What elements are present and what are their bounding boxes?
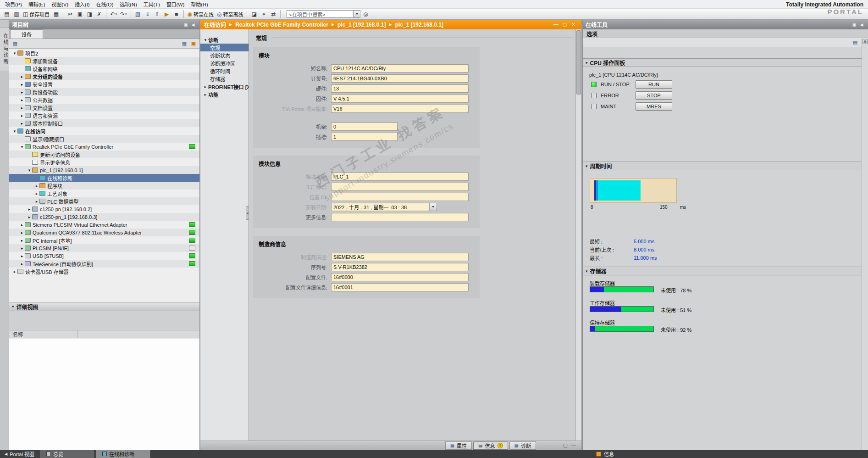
detail-view-header[interactable]: ▾ 详细视图 (9, 302, 199, 311)
portal-view-button[interactable]: ◀ Portal 视图 (0, 450, 39, 458)
tree-item-pc-internal[interactable]: ▸PC internal [本地] (9, 236, 199, 244)
tree-item-show-more-info[interactable]: 显示更多信息 (9, 158, 199, 166)
stop-cpu-button[interactable]: ■ (172, 10, 181, 19)
expander-icon[interactable]: ▾ (19, 145, 25, 149)
expander-icon[interactable]: ▾ (203, 38, 208, 42)
snapshot-button[interactable]: ◓ (259, 10, 268, 19)
order-number-input[interactable] (331, 74, 469, 83)
taskbar-item-online-diagnostics[interactable]: 在线和诊断 (96, 450, 151, 458)
paste-button[interactable]: ◨ (85, 10, 94, 19)
menu-window[interactable]: 窗口(W) (163, 0, 188, 8)
undo-dropdown-icon[interactable]: ▾ (115, 12, 117, 16)
taskbar-item-overview[interactable]: 总览 (40, 450, 95, 458)
location-id-input[interactable] (331, 193, 469, 201)
compile-button[interactable]: ▧ (133, 10, 143, 19)
save-project-button[interactable]: ◫保存项目 (22, 10, 51, 19)
expander-icon[interactable]: ▾ (12, 51, 17, 56)
installation-date-input[interactable] (331, 203, 430, 211)
redo-button[interactable]: ↷▾ (119, 10, 128, 19)
tab-diagnostics[interactable]: ▦诊断 (509, 441, 536, 450)
collapse-handle-icon[interactable]: ◀ (246, 206, 249, 220)
tree-item-program-blocks[interactable]: ▸程序块 (9, 182, 199, 190)
pin-panel-icon[interactable]: ▣ (182, 22, 189, 28)
tree-item-teleservice[interactable]: ▸TeleService [自动协议识别] (9, 260, 199, 268)
tia-version-input[interactable] (331, 105, 469, 113)
expander-icon[interactable]: ▸ (19, 113, 25, 118)
collapse-inspector-icon[interactable]: — (569, 443, 578, 448)
copy-button[interactable]: ▣ (75, 10, 84, 19)
column-settings-icon[interactable]: ▦ (181, 40, 188, 47)
nav-diagnostics[interactable]: ▾诊断 (200, 36, 249, 44)
menu-help[interactable]: 帮助(H) (188, 0, 211, 8)
menu-online[interactable]: 在线(O) (93, 0, 116, 8)
monitor-button[interactable]: ◪ (249, 10, 259, 19)
nav-diagnostics-buffer[interactable]: 诊断缓冲区 (200, 59, 249, 67)
close-editor-icon[interactable]: ✕ (569, 22, 578, 27)
module-name-input[interactable] (331, 173, 469, 181)
expander-icon[interactable]: ▸ (34, 184, 39, 188)
profile-input[interactable] (331, 273, 469, 281)
redo-dropdown-icon[interactable]: ▾ (125, 12, 127, 16)
expander-icon[interactable]: ▸ (19, 74, 25, 79)
tree-item-plc1[interactable]: ▾plc_1 [192.168.0.1] (9, 166, 199, 174)
expander-icon[interactable]: ▸ (19, 230, 25, 235)
serial-number-input[interactable] (331, 263, 469, 271)
tab-properties[interactable]: ▦属性 (445, 441, 472, 450)
expander-icon[interactable]: ▸ (34, 199, 39, 204)
expander-icon[interactable]: ▸ (19, 246, 25, 251)
cross-reference-button[interactable]: ⇄ (269, 10, 278, 19)
menu-options[interactable]: 选项(N) (116, 0, 140, 8)
tree-item-usb-s7usb[interactable]: ▸USB [S7USB] (9, 252, 199, 260)
collapse-panel-icon[interactable]: ◀ (858, 22, 865, 28)
search-dropdown-icon[interactable]: ▾ (354, 10, 360, 18)
scrollbar-thumb[interactable] (576, 30, 581, 95)
expander-icon[interactable]: ▸ (19, 223, 25, 227)
menu-view[interactable]: 视图(V) (48, 0, 72, 8)
nav-memory[interactable]: 存储器 (200, 75, 249, 83)
tree-item-cross-device-functions[interactable]: ▸跨设备功能 (9, 88, 199, 96)
cycle-time-section-header[interactable]: ▾ 周期时间 (583, 162, 862, 170)
tree-item-online-access[interactable]: ▾在线访问 (9, 127, 199, 135)
stop-button[interactable]: STOP (636, 91, 672, 100)
tree-item-project[interactable]: ▾项目2 (9, 49, 199, 57)
breadcrumb-online-access[interactable]: 在线访问 (204, 21, 226, 28)
delete-button[interactable]: ✗ (94, 10, 104, 19)
expander-icon[interactable]: ▸ (19, 98, 25, 102)
nav-functions[interactable]: ▸功能 (200, 90, 249, 98)
mres-button[interactable]: MRES (636, 102, 672, 111)
expander-icon[interactable]: ▸ (27, 207, 32, 212)
nav-general[interactable]: 常规 (200, 44, 249, 51)
tree-item-plc-data-types[interactable]: ▸PLC 数据类型 (9, 197, 199, 205)
expander-icon[interactable]: ▸ (19, 121, 25, 126)
tree-item-online-diagnostics[interactable]: 在线和诊断 (9, 174, 199, 182)
profile-details-input[interactable] (331, 283, 469, 291)
tree-item-c1250-pn-1[interactable]: ▸c1250-pn_1 [192.168.0.3] (9, 213, 199, 221)
expander-icon[interactable]: ▾ (27, 168, 32, 173)
run-button[interactable]: RUN (636, 80, 672, 89)
breadcrumb-plc-online[interactable]: plc_1 [192.168.0.1] (395, 22, 443, 28)
tree-item-common-data[interactable]: ▸公共数据 (9, 96, 199, 104)
cut-button[interactable]: ✂ (66, 10, 75, 19)
expander-icon[interactable]: ▸ (19, 106, 25, 110)
collapse-panel-icon[interactable]: ◀ (189, 22, 197, 28)
tree-item-security-settings[interactable]: ▸安全设置 (9, 80, 199, 88)
expander-icon[interactable]: ▸ (27, 215, 32, 219)
name-column-header[interactable]: 名称 (9, 330, 78, 338)
tree-item-technology-objects[interactable]: ▸工艺对象 (9, 190, 199, 197)
memory-section-header[interactable]: ▾ 存储器 (583, 267, 862, 275)
form-scrollbar[interactable] (575, 29, 581, 441)
menu-insert[interactable]: 插入(I) (72, 0, 93, 8)
tree-item-card-reader[interactable]: ▸读卡器/USB 存储器 (9, 268, 199, 275)
tree-item-plcsim-adapter[interactable]: ▸Siemens PLCSIM Virtual Ethernet Adapter (9, 221, 199, 229)
undo-button[interactable]: ↶▾ (109, 10, 118, 19)
expander-icon[interactable]: ▸ (34, 191, 39, 196)
search-input[interactable] (287, 10, 354, 18)
hardware-input[interactable] (331, 84, 469, 93)
short-designation-input[interactable] (331, 64, 469, 73)
menu-tools[interactable]: 工具(T) (140, 0, 163, 8)
detail-view-list[interactable] (9, 339, 199, 450)
manufacturer-description-input[interactable] (331, 253, 469, 261)
upload-from-device-button[interactable]: ⇑ (153, 10, 162, 19)
tab-info[interactable]: ▤信息! (473, 441, 508, 450)
rail-button-icon[interactable]: ▤ (862, 39, 868, 44)
